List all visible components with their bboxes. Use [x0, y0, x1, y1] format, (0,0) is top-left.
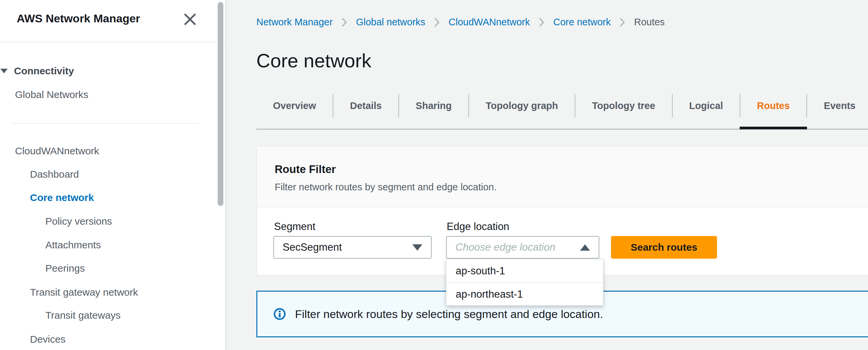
tab-logical[interactable]: Logical [672, 94, 740, 117]
tab-label: Routes [757, 100, 790, 112]
tab-details[interactable]: Details [333, 94, 398, 117]
sidebar-item-core-network[interactable]: Core network [30, 192, 94, 203]
page-title: Core network [256, 49, 371, 72]
tab-sharing[interactable]: Sharing [398, 94, 468, 117]
dropdown-option-ap-northeast-1[interactable]: ap-northeast-1 [446, 282, 603, 305]
tab-label: Details [350, 100, 382, 112]
edge-location-dropdown-menu: ap-south-1 ap-northeast-1 [446, 259, 603, 306]
route-filter-header: Route Filter Filter network routes by se… [257, 146, 868, 207]
section-expanded-triangle-icon[interactable] [0, 69, 8, 73]
breadcrumb-link-core-network[interactable]: Core network [553, 17, 611, 28]
sidebar-item-cloudwannetwork[interactable]: CloudWANnetwork [15, 145, 99, 157]
info-icon [273, 308, 286, 320]
edge-location-select[interactable]: Choose edge location [446, 236, 599, 259]
sidebar-item-devices[interactable]: Devices [30, 334, 66, 345]
dropdown-option-ap-south-1[interactable]: ap-south-1 [446, 259, 603, 282]
tab-routes[interactable]: Routes [740, 94, 806, 117]
sidebar-item-global-networks[interactable]: Global Networks [15, 89, 88, 100]
breadcrumb: Network Manager Global networks CloudWAN… [256, 17, 665, 28]
sidebar: AWS Network Manager Connectivity Global … [0, 0, 226, 350]
tab-label: Overview [273, 100, 316, 112]
breadcrumb-chevron-icon [539, 17, 544, 27]
sidebar-item-transit-gateway-network[interactable]: Transit gateway network [30, 287, 138, 298]
chevron-up-icon [580, 244, 590, 251]
edge-location-label: Edge location [447, 221, 509, 233]
sidebar-item-transit-gateways[interactable]: Transit gateways [45, 310, 121, 321]
sidebar-header: AWS Network Manager [0, 0, 225, 42]
edge-location-placeholder: Choose edge location [455, 241, 555, 253]
segment-label: Segment [274, 221, 315, 233]
sidebar-item-policy-versions[interactable]: Policy versions [45, 216, 112, 227]
sidebar-section-connectivity[interactable]: Connectivity [14, 65, 74, 77]
sidebar-item-attachments[interactable]: Attachments [45, 239, 101, 251]
tab-label: Topology tree [592, 100, 655, 112]
breadcrumb-chevron-icon [620, 17, 625, 27]
breadcrumb-link-cloudwannetwork[interactable]: CloudWANnetwork [449, 17, 530, 28]
tab-topology-graph[interactable]: Topology graph [468, 94, 575, 117]
info-banner-text: Filter network routes by selecting segme… [295, 308, 603, 321]
close-icon[interactable] [183, 12, 197, 27]
breadcrumb-current-routes: Routes [634, 17, 665, 28]
segment-select[interactable]: SecSegment [273, 236, 432, 259]
route-filter-title: Route Filter [275, 163, 868, 176]
breadcrumb-chevron-icon [434, 17, 440, 27]
tab-bar: Overview Details Sharing Topology graph … [256, 94, 868, 117]
close-icon-glyph [183, 12, 197, 27]
segment-select-value: SecSegment [283, 241, 342, 253]
tab-label: Logical [689, 100, 723, 112]
sidebar-title: AWS Network Manager [17, 12, 140, 25]
breadcrumb-link-network-manager[interactable]: Network Manager [256, 17, 333, 28]
tab-events[interactable]: Events [806, 94, 868, 117]
breadcrumb-link-global-networks[interactable]: Global networks [356, 17, 425, 28]
tab-label: Topology graph [486, 100, 558, 112]
sidebar-scrollbar[interactable] [218, 2, 223, 206]
tab-label: Events [824, 100, 855, 112]
search-routes-button[interactable]: Search routes [611, 236, 717, 259]
chevron-down-icon [412, 244, 422, 251]
route-filter-description: Filter network routes by segment and edg… [275, 182, 868, 193]
sidebar-divider [11, 123, 199, 124]
tab-label: Sharing [416, 100, 452, 112]
sidebar-item-dashboard[interactable]: Dashboard [30, 169, 79, 180]
sidebar-item-peerings[interactable]: Peerings [45, 263, 85, 274]
breadcrumb-chevron-icon [342, 17, 347, 27]
tab-topology-tree[interactable]: Topology tree [575, 94, 672, 117]
tab-overview[interactable]: Overview [256, 94, 333, 117]
